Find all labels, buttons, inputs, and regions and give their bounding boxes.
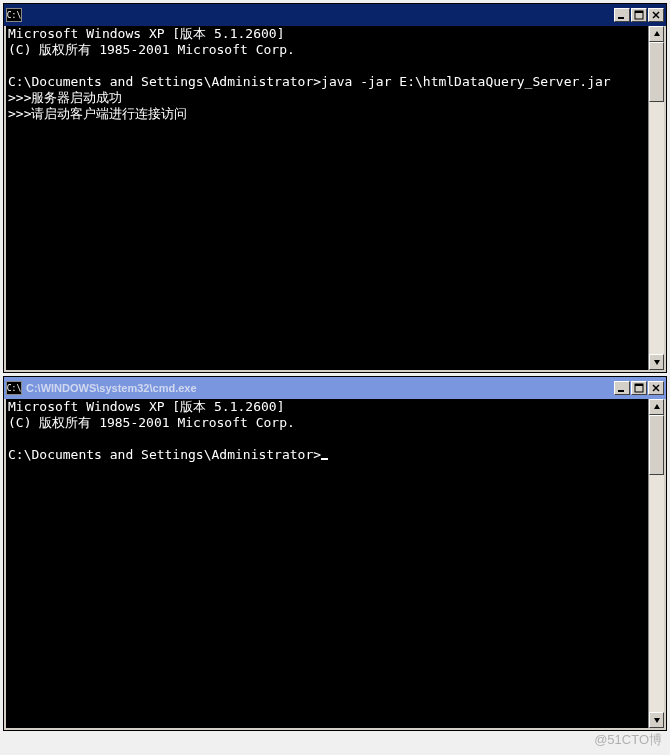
titlebar-buttons-2 [614,381,664,395]
titlebar-2[interactable]: C:\ C:\WINDOWS\system32\cmd.exe [4,377,666,399]
console-line: C:\Documents and Settings\Administrator>… [8,74,611,89]
console-line: >>>请启动客户端进行连接访问 [8,106,187,121]
scroll-down-button[interactable] [649,712,664,728]
maximize-icon [634,383,644,393]
scroll-track[interactable] [649,415,664,712]
svg-rect-0 [618,17,624,19]
console-line: >>>服务器启动成功 [8,90,122,105]
scroll-thumb[interactable] [649,42,664,102]
svg-marker-6 [654,360,660,365]
console-prompt: C:\Documents and Settings\Administrator> [8,447,321,462]
chevron-up-icon [653,30,661,38]
console-content-1[interactable]: Microsoft Windows XP [版本 5.1.2600] (C) 版… [6,26,648,370]
console-line: Microsoft Windows XP [版本 5.1.2600] [8,399,284,414]
minimize-icon [617,10,627,20]
svg-rect-2 [635,11,643,13]
close-button[interactable] [648,381,664,395]
svg-marker-12 [654,404,660,409]
console-area-1: Microsoft Windows XP [版本 5.1.2600] (C) 版… [4,26,666,372]
console-line: (C) 版权所有 1985-2001 Microsoft Corp. [8,415,295,430]
chevron-down-icon [653,716,661,724]
minimize-button[interactable] [614,8,630,22]
chevron-up-icon [653,403,661,411]
svg-rect-7 [618,390,624,392]
console-area-2: Microsoft Windows XP [版本 5.1.2600] (C) 版… [4,399,666,730]
console-line: (C) 版权所有 1985-2001 Microsoft Corp. [8,42,295,57]
console-content-2[interactable]: Microsoft Windows XP [版本 5.1.2600] (C) 版… [6,399,648,728]
svg-marker-13 [654,718,660,723]
svg-rect-9 [635,384,643,386]
cmd-window-2: C:\ C:\WINDOWS\system32\cmd.exe Microsof… [3,376,667,731]
cursor [321,458,328,460]
window-title-2: C:\WINDOWS\system32\cmd.exe [26,382,614,394]
scrollbar-1 [648,26,664,370]
svg-marker-5 [654,31,660,36]
cmd-window-1: C:\ Microsoft Windows XP [版本 5.1.2600] (… [3,3,667,373]
cmd-icon: C:\ [6,381,22,395]
scroll-thumb[interactable] [649,415,664,475]
close-icon [651,383,661,393]
scroll-track[interactable] [649,42,664,354]
maximize-icon [634,10,644,20]
minimize-icon [617,383,627,393]
close-button[interactable] [648,8,664,22]
scroll-up-button[interactable] [649,26,664,42]
console-line: Microsoft Windows XP [版本 5.1.2600] [8,26,284,41]
maximize-button[interactable] [631,381,647,395]
titlebar-buttons-1 [614,8,664,22]
watermark: @51CTO博 [594,731,662,749]
scroll-up-button[interactable] [649,399,664,415]
minimize-button[interactable] [614,381,630,395]
chevron-down-icon [653,358,661,366]
maximize-button[interactable] [631,8,647,22]
cmd-icon: C:\ [6,8,22,22]
scrollbar-2 [648,399,664,728]
close-icon [651,10,661,20]
scroll-down-button[interactable] [649,354,664,370]
titlebar-1[interactable]: C:\ [4,4,666,26]
